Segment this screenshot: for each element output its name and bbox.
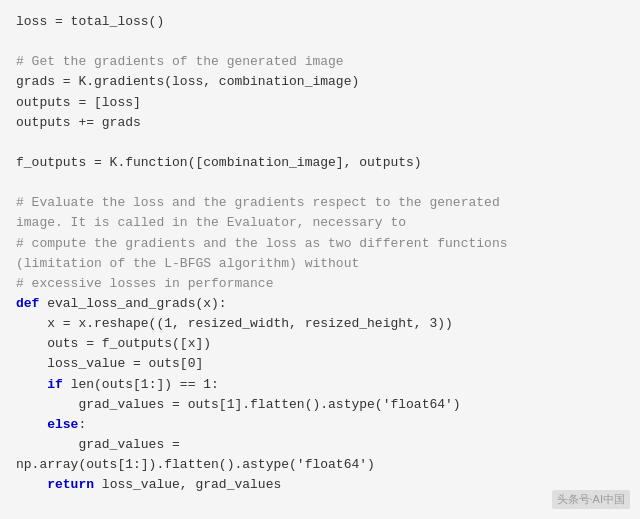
code-line: # Evaluate the loss and the gradients re… xyxy=(16,193,624,213)
code-line: grad_values = xyxy=(16,435,624,455)
code-line: else: xyxy=(16,415,624,435)
code-line: def eval_loss_and_grads(x): xyxy=(16,294,624,314)
code-line: grad_values = outs[1].flatten().astype('… xyxy=(16,395,624,415)
code-line: np.array(outs[1:]).flatten().astype('flo… xyxy=(16,455,624,475)
code-line: image. It is called in the Evaluator, ne… xyxy=(16,213,624,233)
code-line: outputs += grads xyxy=(16,113,624,133)
code-line: outputs = [loss] xyxy=(16,93,624,113)
code-line: # excessive losses in performance xyxy=(16,274,624,294)
watermark: 头条号·AI中国 xyxy=(552,490,630,509)
code-line: # Get the gradients of the generated ima… xyxy=(16,52,624,72)
code-block: loss = total_loss() # Get the gradients … xyxy=(16,12,624,495)
code-line: # compute the gradients and the loss as … xyxy=(16,234,624,254)
code-line xyxy=(16,173,624,193)
code-line: loss_value = outs[0] xyxy=(16,354,624,374)
code-line: (limitation of the L-BFGS algorithm) wit… xyxy=(16,254,624,274)
code-line: f_outputs = K.function([combination_imag… xyxy=(16,153,624,173)
code-line: outs = f_outputs([x]) xyxy=(16,334,624,354)
code-line xyxy=(16,133,624,153)
code-line: grads = K.gradients(loss, combination_im… xyxy=(16,72,624,92)
code-line: return loss_value, grad_values xyxy=(16,475,624,495)
code-line xyxy=(16,32,624,52)
code-line: x = x.reshape((1, resized_width, resized… xyxy=(16,314,624,334)
code-line: if len(outs[1:]) == 1: xyxy=(16,375,624,395)
code-container: loss = total_loss() # Get the gradients … xyxy=(0,0,640,519)
code-line: loss = total_loss() xyxy=(16,12,624,32)
